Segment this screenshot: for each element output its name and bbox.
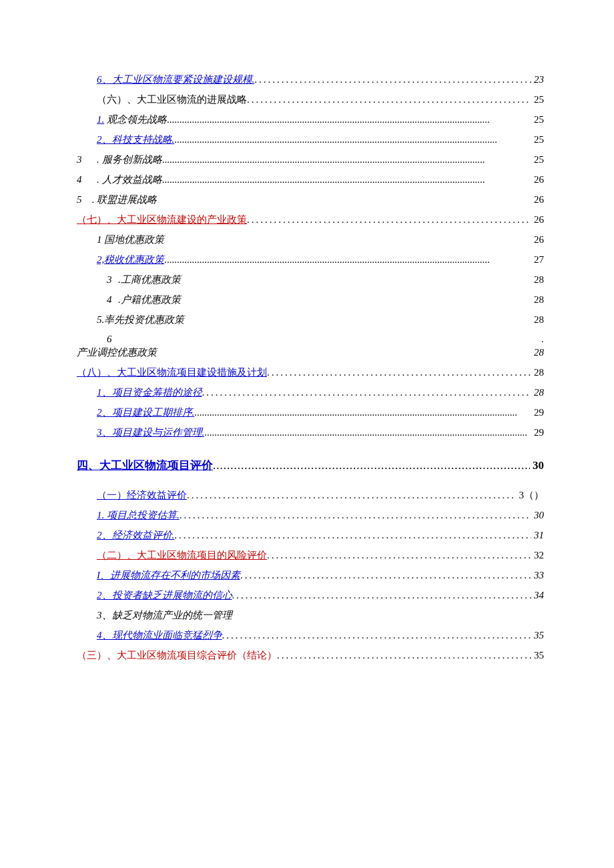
toc-entry-title: （三）、大工业区物流项目综合评价（结论） xyxy=(77,649,277,662)
toc-entry-title[interactable]: 1、项目资金筹措的途径 xyxy=(97,386,202,399)
toc-page-number: 26 xyxy=(531,234,544,246)
toc-entry-punct: . xyxy=(97,174,99,185)
toc-page-number: 26 xyxy=(531,214,544,226)
toc-entry: 4.人才效益战略26 xyxy=(77,173,544,186)
toc-leader xyxy=(162,174,531,185)
toc-entry-title: 1 国地优惠政策 xyxy=(97,234,164,246)
toc-page-number: 25 xyxy=(531,94,544,105)
toc-entry-number: 3 xyxy=(77,154,97,165)
toc-entry: 1 国地优惠政策26 xyxy=(77,234,544,246)
toc-entry: 3.工商优惠政策28 xyxy=(77,274,544,286)
toc-page-number: 26 xyxy=(531,174,544,185)
toc-leader xyxy=(167,114,531,125)
toc-entry-title[interactable]: （八）、大工业区物流项目建设措施及计划 xyxy=(77,366,267,379)
toc-entry: 2、科技支持战略.25 xyxy=(77,133,544,146)
toc-leader xyxy=(213,459,530,472)
toc-page-number: 28 xyxy=(531,314,544,326)
toc-page-number: 31 xyxy=(531,530,544,541)
toc-page-number: 25 xyxy=(531,154,544,165)
toc-entry: 产业调控优惠政策28 xyxy=(77,346,544,359)
toc-page-number: 25 xyxy=(531,134,544,145)
toc-entry-title[interactable]: 3、项目建设与运作管理. xyxy=(97,426,204,439)
toc-entry-title[interactable]: I、进展物流存在不利的市场因素 xyxy=(97,569,240,582)
toc-leader xyxy=(204,427,531,438)
toc-entry-title[interactable]: 6、大工业区物流要紧设施建设规模. xyxy=(97,73,254,86)
toc-leader xyxy=(267,367,531,378)
toc-page-number: 28 xyxy=(531,387,544,398)
toc-entry-punct: . xyxy=(97,154,99,165)
toc-page-number: 29 xyxy=(531,407,544,418)
toc-page-number: 25 xyxy=(531,114,544,125)
toc-entry: （七）、大工业区物流建设的产业政策26 xyxy=(77,213,544,226)
toc-entry-title[interactable]: 4、现代物流业面临竞猛烈争 xyxy=(97,629,222,642)
toc-leader xyxy=(254,74,531,85)
toc-entry-punct: . xyxy=(92,194,95,205)
toc-entry-title[interactable]: （二）、大工业区物流项目的风险评价 xyxy=(97,549,267,562)
toc-page-number: 30 xyxy=(530,459,544,472)
toc-page-number: 28 xyxy=(531,367,544,378)
toc-entry: 3.服务创新战略25 xyxy=(77,153,544,166)
toc-entry: 6、大工业区物流要紧设施建设规模.23 xyxy=(77,73,544,86)
toc-entry: （六）、大工业区物流的进展战略25 xyxy=(77,93,544,106)
toc-leader xyxy=(194,407,531,418)
toc-entry-title: 产业调控优惠政策 xyxy=(77,346,157,359)
toc-entry-title[interactable]: 2,税收优惠政策. xyxy=(97,254,167,266)
toc-page-number: 28 xyxy=(531,347,544,358)
toc-entry: （八）、大工业区物流项目建设措施及计划28 xyxy=(77,366,544,379)
toc-page-number: 30 xyxy=(531,510,544,521)
toc-entry-title[interactable]: （七）、大工业区物流建设的产业政策 xyxy=(77,213,247,226)
toc-leader xyxy=(277,650,531,661)
toc-page-number: 23 xyxy=(531,74,544,85)
toc-entry-title: 5.率先投资优惠政策 xyxy=(97,314,184,326)
toc-entry: 2、经济效益评价.31 xyxy=(77,529,544,542)
toc-entry-title[interactable]: （一）经济效益评价 xyxy=(97,489,187,502)
toc-entry-title[interactable]: 1. 观念领先战略 xyxy=(97,113,167,126)
toc-section-heading: 四、大工业区物流项目评价30 xyxy=(77,458,544,473)
toc-entry-title[interactable]: 2、投资者缺乏进展物流的信心 xyxy=(97,589,232,602)
toc-entry-title[interactable]: 四、大工业区物流项目评价 xyxy=(77,458,213,473)
toc-entry-title: 户籍优惠政策 xyxy=(121,294,181,306)
toc-entry-split-top: 6. xyxy=(77,334,544,345)
toc-entry-number: 3 xyxy=(107,274,118,286)
toc-entry-title[interactable]: 2、经济效益评价. xyxy=(97,529,174,542)
toc-entry-title: 人才效益战略 xyxy=(102,173,162,186)
toc-leader xyxy=(240,570,531,581)
toc-entry-title[interactable]: 2、科技支持战略. xyxy=(97,133,174,146)
toc-entry: I、进展物流存在不利的市场因素33 xyxy=(77,569,544,582)
toc-entry: 4、现代物流业面临竞猛烈争35 xyxy=(77,629,544,642)
toc-entry: （三）、大工业区物流项目综合评价（结论）35 xyxy=(77,649,544,662)
toc-entry: （一）经济效益评价3（） xyxy=(77,489,544,502)
toc-leader xyxy=(267,550,531,561)
toc-page-number: 32 xyxy=(531,550,544,561)
toc-leader xyxy=(222,630,532,641)
toc-page-number: 33 xyxy=(531,570,544,581)
toc-entry-title[interactable]: 2、项目建设工期排序. xyxy=(97,406,194,419)
toc-entry-title-link[interactable]: 1. xyxy=(97,114,104,125)
toc-entry-title-link[interactable]: 2,税收优惠政策 xyxy=(97,254,164,265)
toc-page-number: 27 xyxy=(531,254,544,266)
toc-entry: 3、缺乏对物流产业的统一管理 xyxy=(77,609,544,622)
toc-leader xyxy=(247,94,531,105)
toc-entry-title: 联盟进展战略 xyxy=(97,193,157,206)
toc-leader xyxy=(162,154,531,165)
toc-entry: 1、项目资金筹措的途径28 xyxy=(77,386,544,399)
toc-entry-title: 工商优惠政策 xyxy=(121,274,181,286)
toc-entry-title[interactable]: 1. 项目总投资估算. xyxy=(97,509,180,522)
toc-entry: 5.联盟进展战略26 xyxy=(77,193,544,206)
toc-entry: 2、项目建设工期排序.29 xyxy=(77,406,544,419)
toc-page-number: 26 xyxy=(531,194,544,205)
toc-entry-title: 3、缺乏对物流产业的统一管理 xyxy=(97,609,232,622)
toc-page-number: 35 xyxy=(531,650,544,661)
toc-entry: 2、投资者缺乏进展物流的信心34 xyxy=(77,589,544,602)
toc-entry-number: 4 xyxy=(77,174,97,185)
toc-page-number: 35 xyxy=(531,630,544,641)
toc-page-number: 3（） xyxy=(517,489,545,502)
toc-page-number: 29 xyxy=(531,427,544,438)
toc-entry-title: （六）、大工业区物流的进展战略 xyxy=(97,93,247,106)
toc-leader xyxy=(232,590,532,601)
toc-entry: 1. 观念领先战略25 xyxy=(77,113,544,126)
toc-entry: 2,税收优惠政策.27 xyxy=(77,254,544,266)
toc-leader xyxy=(202,387,532,398)
toc-entry: （二）、大工业区物流项目的风险评价32 xyxy=(77,549,544,562)
toc-entry-number: 6 xyxy=(107,334,112,345)
